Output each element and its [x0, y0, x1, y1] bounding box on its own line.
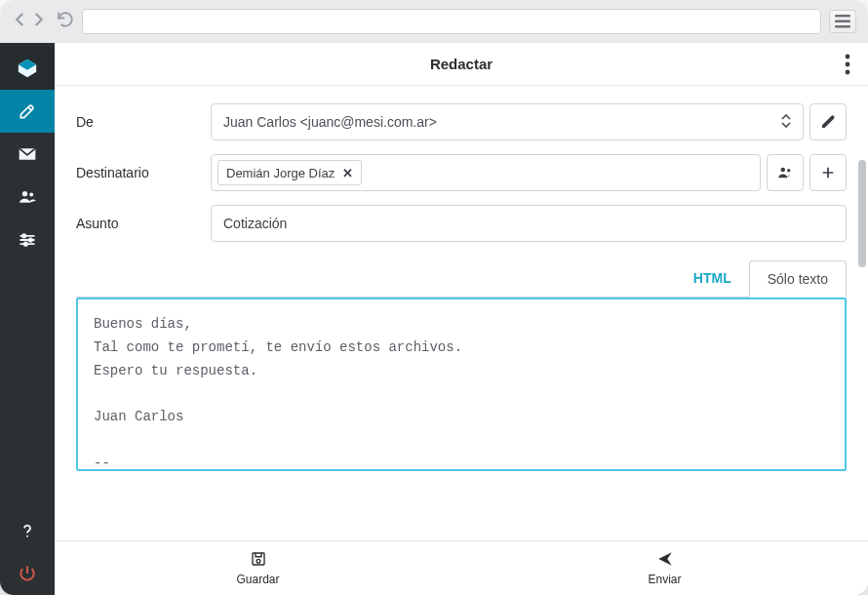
remove-recipient-icon[interactable]: ✕: [342, 166, 353, 180]
row-subject: Asunto: [76, 205, 847, 242]
from-select[interactable]: Juan Carlos <juanc@mesi.com.ar>: [211, 103, 804, 140]
compose-form: De Juan Carlos <juanc@mesi.com.ar>: [55, 86, 868, 540]
title-bar: Redactar: [55, 43, 868, 86]
subject-input[interactable]: [211, 205, 847, 242]
svg-point-20: [256, 559, 260, 563]
svg-rect-2: [835, 25, 850, 27]
svg-rect-1: [835, 20, 850, 22]
tab-html[interactable]: HTML: [676, 260, 749, 298]
sidebar-item-help[interactable]: [0, 509, 55, 552]
save-label: Guardar: [236, 573, 279, 586]
sidebar: [0, 43, 55, 595]
page-title: Redactar: [430, 56, 493, 72]
to-field[interactable]: Demián Jorge Díaz ✕: [211, 154, 761, 191]
editor-tabs: HTML Sólo texto: [76, 259, 847, 298]
menu-icon[interactable]: [829, 10, 856, 33]
svg-point-9: [29, 238, 32, 241]
save-icon: [250, 550, 267, 571]
reload-icon[interactable]: [57, 11, 74, 32]
message-body-textarea[interactable]: [78, 299, 845, 465]
save-button[interactable]: Guardar: [55, 541, 461, 595]
row-to: Destinatario Demián Jorge Díaz ✕: [76, 154, 847, 191]
to-label: Destinatario: [76, 165, 195, 180]
svg-point-8: [22, 234, 25, 237]
svg-point-3: [22, 191, 27, 196]
app-body: Redactar De Juan Carlos <juanc@mesi.com.…: [0, 43, 868, 595]
scrollbar-thumb[interactable]: [858, 160, 866, 267]
from-value: Juan Carlos <juanc@mesi.com.ar>: [223, 114, 437, 130]
svg-point-14: [846, 70, 850, 75]
svg-point-12: [846, 55, 850, 60]
svg-point-10: [24, 243, 27, 246]
compose-footer: Guardar Enviar: [55, 540, 868, 595]
send-button[interactable]: Enviar: [461, 541, 868, 595]
svg-point-11: [26, 536, 28, 537]
sidebar-item-contacts[interactable]: [0, 176, 55, 218]
app-logo[interactable]: [0, 47, 55, 90]
sidebar-item-power[interactable]: [0, 552, 55, 595]
pick-contact-button[interactable]: [767, 154, 804, 191]
send-label: Enviar: [648, 573, 681, 586]
svg-point-16: [787, 169, 790, 172]
svg-point-13: [846, 62, 850, 67]
editor-container: [76, 298, 847, 471]
back-icon[interactable]: [12, 11, 29, 32]
row-from: De Juan Carlos <juanc@mesi.com.ar>: [76, 103, 847, 140]
recipient-chip-label: Demián Jorge Díaz: [226, 166, 335, 180]
svg-point-4: [29, 193, 33, 197]
svg-rect-0: [835, 15, 850, 17]
forward-icon[interactable]: [29, 11, 47, 32]
send-icon: [656, 550, 674, 571]
nav-arrows: [12, 11, 47, 32]
chevron-updown-icon: [781, 114, 791, 130]
browser-toolbar: [0, 0, 868, 43]
main-panel: Redactar De Juan Carlos <juanc@mesi.com.…: [55, 43, 868, 595]
sidebar-item-compose[interactable]: [0, 90, 55, 133]
tab-plain-text[interactable]: Sólo texto: [749, 260, 847, 298]
recipient-chip: Demián Jorge Díaz ✕: [217, 160, 362, 185]
sidebar-item-settings[interactable]: [0, 218, 55, 261]
subject-label: Asunto: [76, 216, 195, 231]
edit-identity-button[interactable]: [809, 103, 847, 140]
add-recipient-button[interactable]: [809, 154, 847, 191]
app-window: Redactar De Juan Carlos <juanc@mesi.com.…: [0, 0, 868, 595]
from-label: De: [76, 114, 195, 130]
url-bar[interactable]: [82, 9, 821, 34]
svg-point-15: [781, 168, 786, 173]
sidebar-item-mail[interactable]: [0, 133, 55, 176]
more-menu-icon[interactable]: [845, 43, 850, 86]
